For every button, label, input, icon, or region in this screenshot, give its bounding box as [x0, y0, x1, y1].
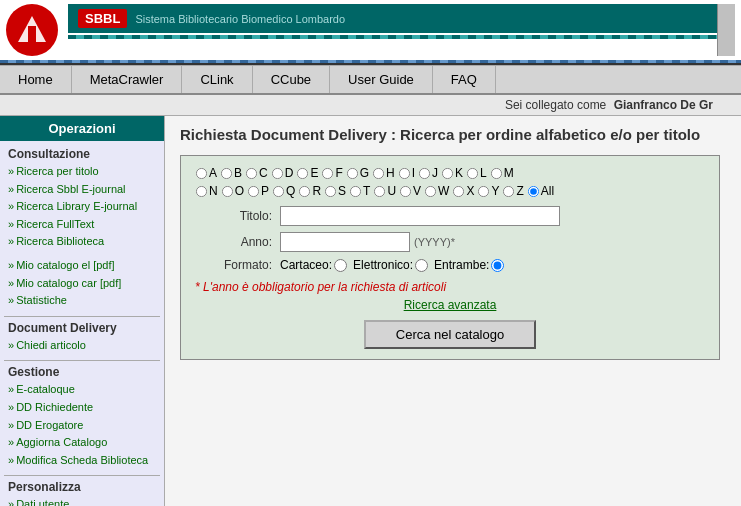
- sidebar-section-personalizza: Personalizza: [8, 480, 158, 494]
- alpha-V[interactable]: V: [399, 184, 421, 198]
- sidebar-link-ricerca-library-ejournal[interactable]: »Ricerca Library E-journal: [8, 198, 158, 216]
- alpha-G[interactable]: G: [346, 166, 369, 180]
- alpha-S[interactable]: S: [324, 184, 346, 198]
- ricerca-avanzata-link[interactable]: Ricerca avanzata: [404, 298, 497, 312]
- sidebar-link-ricerca-biblioteca[interactable]: »Ricerca Biblioteca: [8, 233, 158, 251]
- navbar: Home MetaCrawler CLink CCube User Guide …: [0, 65, 741, 95]
- alpha-L[interactable]: L: [466, 166, 487, 180]
- sbbl-bar: SBBL Sistema Bibliotecario Biomedico Lom…: [68, 4, 717, 33]
- sidebar-link-aggiorna-catalogo[interactable]: »Aggiorna Catalogo: [8, 434, 158, 452]
- titolo-row: Titolo:: [195, 206, 705, 226]
- formato-label: Formato:: [195, 258, 280, 272]
- nav-ccube[interactable]: CCube: [253, 66, 330, 93]
- nav-faq[interactable]: FAQ: [433, 66, 496, 93]
- alpha-H[interactable]: H: [372, 166, 395, 180]
- alpha-O[interactable]: O: [221, 184, 244, 198]
- sidebar-title: Operazioni: [0, 116, 164, 141]
- formato-elettronico-text: Elettronico:: [353, 258, 413, 272]
- alpha-row-1: A B C D E F G H I J K L M: [195, 166, 705, 180]
- sidebar-section-document-delivery: Document Delivery: [8, 321, 158, 335]
- nav-userguide[interactable]: User Guide: [330, 66, 433, 93]
- nav-clink[interactable]: CLink: [182, 66, 252, 93]
- alpha-P[interactable]: P: [247, 184, 269, 198]
- alpha-E[interactable]: E: [296, 166, 318, 180]
- alpha-B[interactable]: B: [220, 166, 242, 180]
- formato-elettronico-radio[interactable]: [415, 259, 428, 272]
- sidebar-link-ricerca-fulltext[interactable]: »Ricerca FullText: [8, 216, 158, 234]
- sidebar-link-mio-catalogo-el[interactable]: »Mio catalogo el [pdf]: [8, 257, 158, 275]
- sidebar-link-ecatalogue[interactable]: »E-cataloque: [8, 381, 158, 399]
- search-button-row: Cerca nel catalogo: [195, 320, 705, 349]
- alpha-I[interactable]: I: [398, 166, 415, 180]
- nav-home[interactable]: Home: [0, 66, 72, 93]
- alpha-Y[interactable]: Y: [477, 184, 499, 198]
- nav-metacrawler[interactable]: MetaCrawler: [72, 66, 183, 93]
- sidebar-section-gestione: Gestione: [8, 365, 158, 379]
- alpha-Z[interactable]: Z: [502, 184, 523, 198]
- alpha-W[interactable]: W: [424, 184, 449, 198]
- formato-entrambe-label[interactable]: Entrambe:: [434, 258, 504, 272]
- sidebar-section-consultazione: Consultazione: [8, 147, 158, 161]
- sidebar-link-dati-utente[interactable]: »Dati utente: [8, 496, 158, 506]
- sidebar-link-statistiche[interactable]: »Statistiche: [8, 292, 158, 310]
- sidebar-link-dd-richiedente[interactable]: »DD Richiedente: [8, 399, 158, 417]
- alpha-K[interactable]: K: [441, 166, 463, 180]
- alpha-F[interactable]: F: [321, 166, 342, 180]
- sbbl-logo-badge: SBBL: [78, 9, 127, 28]
- sidebar-link-dd-erogatore[interactable]: »DD Erogatore: [8, 417, 158, 435]
- sidebar: Operazioni Consultazione »Ricerca per ti…: [0, 116, 165, 506]
- formato-cartaceo-text: Cartaceo:: [280, 258, 332, 272]
- sbbl-subtitle: Sistema Bibliotecario Biomedico Lombardo: [135, 13, 345, 25]
- sidebar-link-modifica-scheda[interactable]: »Modifica Scheda Biblioteca: [8, 452, 158, 470]
- alpha-all[interactable]: All: [527, 184, 554, 198]
- alpha-T[interactable]: T: [349, 184, 370, 198]
- alpha-X[interactable]: X: [452, 184, 474, 198]
- formato-row: Formato: Cartaceo: Elettronico: Entrambe…: [195, 258, 705, 272]
- formato-elettronico-label[interactable]: Elettronico:: [353, 258, 428, 272]
- search-button[interactable]: Cerca nel catalogo: [364, 320, 536, 349]
- alpha-row-2: N O P Q R S T U V W X Y Z All: [195, 184, 705, 198]
- anno-row: Anno: (YYYY)*: [195, 232, 705, 252]
- alpha-D[interactable]: D: [271, 166, 294, 180]
- alpha-A[interactable]: A: [195, 166, 217, 180]
- header: SBBL Sistema Bibliotecario Biomedico Lom…: [0, 0, 741, 65]
- formato-options: Cartaceo: Elettronico: Entrambe:: [280, 258, 504, 272]
- formato-entrambe-radio[interactable]: [491, 259, 504, 272]
- page-title: Richiesta Document Delivery : Ricerca pe…: [180, 126, 726, 143]
- main-layout: Operazioni Consultazione »Ricerca per ti…: [0, 116, 741, 506]
- login-prefix: Sei collegato come: [505, 98, 606, 112]
- warning-text: * L'anno è obbligatorio per la richiesta…: [195, 280, 705, 294]
- sidebar-link-chiedi-articolo[interactable]: »Chiedi articolo: [8, 337, 158, 355]
- sidebar-link-ricerca-titolo[interactable]: »Ricerca per titolo: [8, 163, 158, 181]
- search-box: A B C D E F G H I J K L M N O P Q R: [180, 155, 720, 360]
- alpha-C[interactable]: C: [245, 166, 268, 180]
- sidebar-link-mio-catalogo-car[interactable]: »Mio catalogo car [pdf]: [8, 275, 158, 293]
- alpha-U[interactable]: U: [373, 184, 396, 198]
- alpha-M[interactable]: M: [490, 166, 514, 180]
- formato-entrambe-text: Entrambe:: [434, 258, 489, 272]
- alpha-R[interactable]: R: [298, 184, 321, 198]
- content-area: Richiesta Document Delivery : Ricerca pe…: [165, 116, 741, 506]
- titolo-input[interactable]: [280, 206, 560, 226]
- login-user: Gianfranco De Gr: [614, 98, 713, 112]
- anno-input[interactable]: [280, 232, 410, 252]
- titolo-label: Titolo:: [195, 209, 280, 223]
- svg-rect-0: [28, 26, 36, 42]
- ricerca-avanzata-row: Ricerca avanzata: [195, 298, 705, 312]
- logo-icon: [6, 4, 58, 56]
- anno-label: Anno:: [195, 235, 280, 249]
- login-bar: Sei collegato come Gianfranco De Gr: [0, 95, 741, 116]
- alpha-N[interactable]: N: [195, 184, 218, 198]
- sidebar-link-ricerca-sbbl-ejournal[interactable]: »Ricerca Sbbl E-journal: [8, 181, 158, 199]
- alpha-Q[interactable]: Q: [272, 184, 295, 198]
- formato-cartaceo-radio[interactable]: [334, 259, 347, 272]
- anno-hint: (YYYY)*: [414, 236, 455, 248]
- alpha-J[interactable]: J: [418, 166, 438, 180]
- formato-cartaceo-label[interactable]: Cartaceo:: [280, 258, 347, 272]
